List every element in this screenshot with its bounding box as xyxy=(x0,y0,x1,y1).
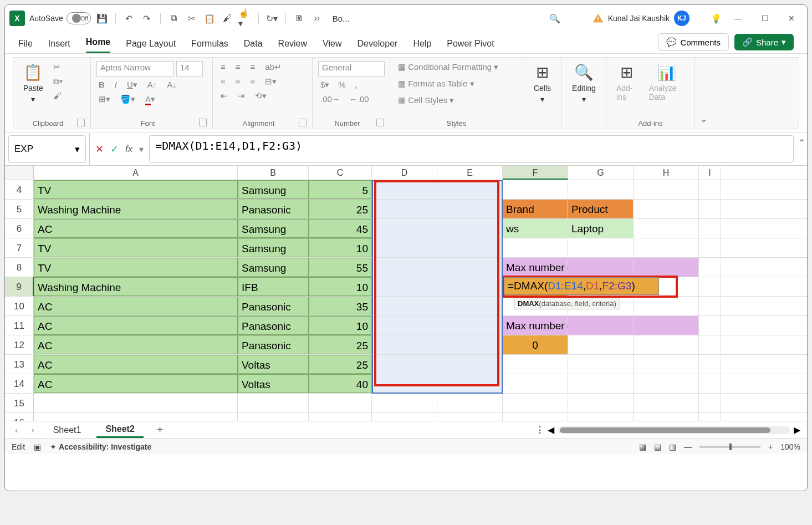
page-break-view-button[interactable]: ▥ xyxy=(669,442,676,451)
select-all-corner[interactable] xyxy=(5,166,34,180)
decrease-indent-button[interactable]: ⇤ xyxy=(218,90,230,102)
cell-I10[interactable] xyxy=(699,297,721,315)
italic-button[interactable]: I xyxy=(113,79,119,91)
user-avatar[interactable]: KJ xyxy=(674,11,690,26)
scroll-right-button[interactable]: ▶ xyxy=(794,425,800,435)
cell-I13[interactable] xyxy=(699,355,721,374)
cell-C15[interactable] xyxy=(309,394,372,412)
accounting-button[interactable]: $▾ xyxy=(318,79,331,91)
cell-F8[interactable]: Max number of Panasonic AC sold xyxy=(503,258,568,277)
cell-C9[interactable]: 10 xyxy=(309,277,372,296)
fx-icon[interactable]: fx xyxy=(125,144,132,155)
cell-H16[interactable] xyxy=(634,413,699,421)
cell-C16[interactable] xyxy=(309,413,372,421)
cell-F14[interactable] xyxy=(503,374,568,393)
tab-page-layout[interactable]: Page Layout xyxy=(126,39,176,53)
cell-A15[interactable] xyxy=(34,394,238,412)
cell-F11[interactable]: Max number of Samsung TV sold xyxy=(503,316,568,335)
expand-formula-bar-button[interactable]: ⌃ xyxy=(796,133,807,165)
cell-styles-button[interactable]: ▦ Cell Styles ▾ xyxy=(396,94,456,106)
cell-A4[interactable]: TV xyxy=(34,180,238,199)
tab-view[interactable]: View xyxy=(323,39,341,53)
cell-B4[interactable]: Samsung xyxy=(238,180,309,199)
cell-G7[interactable] xyxy=(568,238,634,257)
tab-file[interactable]: File xyxy=(18,39,33,53)
autosave-toggle[interactable]: AutoSave Off xyxy=(29,12,91,24)
cell-I12[interactable] xyxy=(699,335,721,354)
cell-H11[interactable] xyxy=(634,316,699,335)
cell-H7[interactable] xyxy=(634,238,699,257)
cell-H8[interactable] xyxy=(634,258,699,277)
conditional-formatting-button[interactable]: ▦ Conditional Formatting ▾ xyxy=(396,61,501,73)
zoom-slider[interactable] xyxy=(699,446,760,448)
cell-E8[interactable] xyxy=(437,258,503,277)
tab-home[interactable]: Home xyxy=(86,37,110,53)
increase-indent-button[interactable]: ⇥ xyxy=(236,90,247,102)
macro-record-icon[interactable]: ▣ xyxy=(34,442,41,451)
cell-C11[interactable]: 10 xyxy=(309,316,372,335)
cell-D8[interactable] xyxy=(372,258,437,277)
cancel-formula-button[interactable]: ✕ xyxy=(95,143,104,155)
cell-E9[interactable] xyxy=(437,277,503,296)
cell-C14[interactable]: 40 xyxy=(309,374,372,393)
cell-I15[interactable] xyxy=(699,394,721,412)
normal-view-button[interactable]: ▦ xyxy=(639,442,646,451)
cell-I11[interactable] xyxy=(699,316,721,335)
cell-D6[interactable] xyxy=(372,219,437,238)
format-painter-button[interactable]: 🖌 xyxy=(51,90,65,101)
enter-formula-button[interactable]: ✓ xyxy=(110,143,119,155)
sheet-tab-2[interactable]: Sheet2 xyxy=(96,422,143,438)
decrease-decimal-button[interactable]: ←.00 xyxy=(347,93,371,105)
cell-E7[interactable] xyxy=(437,238,503,257)
cell-D11[interactable] xyxy=(372,316,437,335)
copy-button[interactable]: ⧉▾ xyxy=(51,75,65,88)
undo-icon[interactable]: ↶ xyxy=(122,12,136,25)
cell-C6[interactable]: 45 xyxy=(309,219,372,238)
cell-G16[interactable] xyxy=(568,413,634,421)
col-header-h[interactable]: H xyxy=(634,166,699,180)
maximize-button[interactable]: ☐ xyxy=(754,9,776,27)
active-cell-f9[interactable]: =DMAX(D1:E14,D1,F2:G3) xyxy=(504,277,659,295)
col-header-i[interactable]: I xyxy=(699,166,721,180)
font-color-button[interactable]: A▾ xyxy=(143,93,157,105)
cell-A8[interactable]: TV xyxy=(34,258,238,277)
sheet-options-icon[interactable]: ⋮ xyxy=(535,425,544,435)
tab-data[interactable]: Data xyxy=(244,39,263,53)
percent-button[interactable]: % xyxy=(336,79,348,91)
cell-D16[interactable] xyxy=(372,413,437,421)
row-header[interactable]: 8 xyxy=(5,258,34,277)
zoom-level[interactable]: 100% xyxy=(780,442,800,451)
row-header[interactable]: 11 xyxy=(5,316,34,335)
cell-I5[interactable] xyxy=(699,200,721,218)
lightbulb-icon[interactable]: 💡 xyxy=(709,12,723,25)
cell-B14[interactable]: Voltas xyxy=(238,374,309,393)
addins-button[interactable]: ⊞ Add-ins xyxy=(612,61,641,104)
cell-C4[interactable]: 5 xyxy=(309,180,372,199)
cell-A12[interactable]: AC xyxy=(34,335,238,354)
cell-F13[interactable] xyxy=(503,355,568,374)
cell-I9[interactable] xyxy=(699,277,721,296)
copy-icon[interactable]: ⧉ xyxy=(167,12,181,25)
editing-button[interactable]: 🔍 Editing ▾ xyxy=(568,61,600,106)
cell-D15[interactable] xyxy=(372,394,437,412)
row-header[interactable]: 14 xyxy=(5,374,34,393)
cell-A11[interactable]: AC xyxy=(34,316,238,335)
cell-E5[interactable] xyxy=(437,200,503,218)
tab-developer[interactable]: Developer xyxy=(357,39,397,53)
clipboard-launcher[interactable] xyxy=(77,119,85,126)
cell-H5[interactable] xyxy=(634,200,699,218)
font-launcher[interactable] xyxy=(199,119,207,126)
col-header-a[interactable]: A xyxy=(34,166,238,180)
wrap-text-button[interactable]: ab↵ xyxy=(263,61,284,73)
row-header[interactable]: 16 xyxy=(5,413,34,421)
cell-G12[interactable] xyxy=(568,335,634,354)
paste-qat-icon[interactable]: 📋 xyxy=(203,12,216,25)
cell-E11[interactable] xyxy=(437,316,503,335)
cell-F6[interactable]: ws xyxy=(503,219,568,238)
align-center-button[interactable]: ≡ xyxy=(233,75,243,88)
cell-A7[interactable]: TV xyxy=(34,238,238,257)
row-header[interactable]: 9 xyxy=(5,277,34,296)
cell-B5[interactable]: Panasonic xyxy=(238,200,309,218)
formula-input[interactable]: =DMAX(D1:E14,D1,F2:G3) xyxy=(149,135,794,163)
cell-G4[interactable] xyxy=(568,180,634,199)
